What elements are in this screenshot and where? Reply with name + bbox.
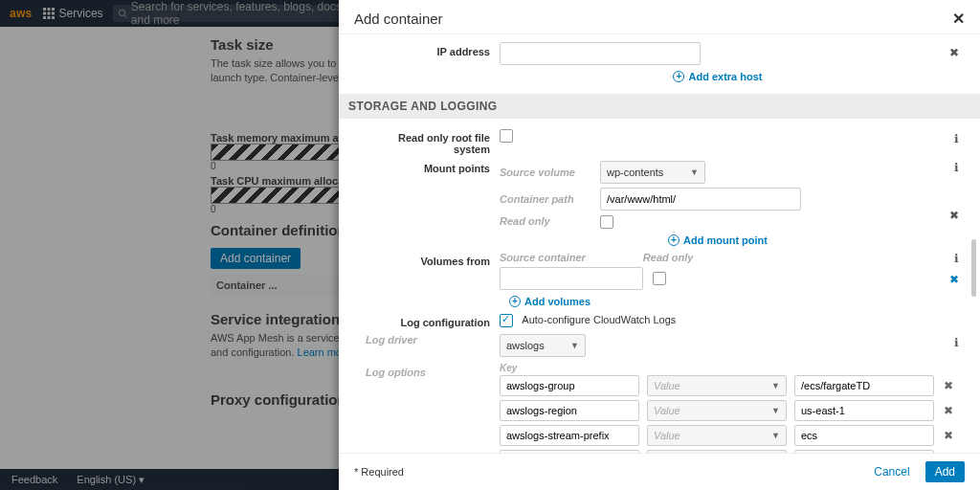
mount-readonly-checkbox[interactable]	[600, 215, 613, 229]
log-option-add-row: Value▼	[500, 450, 959, 453]
remove-icon[interactable]: ✖	[942, 404, 955, 417]
ip-address-label: IP address	[366, 42, 500, 57]
source-volume-select[interactable]: wp-contents▼	[600, 161, 705, 184]
caret-down-icon: ▼	[771, 406, 780, 415]
log-option-row: Value▼✖	[500, 400, 959, 421]
vf-source-container-input[interactable]	[500, 267, 643, 290]
required-note: * Required	[354, 466, 404, 478]
remove-icon[interactable]: ✖	[949, 273, 959, 286]
remove-icon[interactable]: ✖	[942, 429, 955, 442]
log-value-select[interactable]: Value▼	[647, 375, 787, 396]
add-extra-host-link[interactable]: +Add extra host	[673, 71, 762, 82]
modal-title: Add container	[354, 11, 443, 27]
info-icon[interactable]: ℹ	[954, 336, 959, 349]
add-container-modal: Add container ✕ IP address ✖ +Add extra …	[339, 0, 980, 490]
log-value2-input[interactable]	[794, 425, 934, 446]
mount-points-label: Mount points	[366, 161, 500, 174]
log-key-input[interactable]	[500, 425, 639, 446]
info-icon[interactable]: ℹ	[954, 132, 959, 145]
add-mount-point-link[interactable]: +Add mount point	[668, 234, 768, 246]
add-key-input[interactable]	[500, 450, 639, 453]
ip-address-input[interactable]	[500, 42, 701, 65]
log-value2-input[interactable]	[794, 400, 934, 421]
container-path-label: Container path	[500, 193, 590, 205]
scrollbar-thumb[interactable]	[971, 239, 976, 297]
log-key-input[interactable]	[500, 375, 639, 396]
readonly-root-checkbox[interactable]	[500, 129, 513, 143]
log-option-row: Value▼✖	[500, 375, 959, 396]
log-option-row: Value▼✖	[500, 425, 959, 446]
log-options-label: Log options	[366, 363, 500, 378]
vf-readonly-label: Read only	[643, 252, 694, 263]
add-value-select[interactable]: Value▼	[647, 450, 787, 453]
log-config-label: Log configuration	[366, 313, 500, 328]
log-key-input[interactable]	[500, 400, 639, 421]
log-key-header: Key	[500, 363, 959, 373]
caret-down-icon: ▼	[570, 341, 579, 350]
log-driver-select[interactable]: awslogs▼	[500, 334, 586, 357]
info-icon[interactable]: ℹ	[954, 161, 959, 174]
remove-icon[interactable]: ✖	[949, 46, 959, 59]
add-button[interactable]: Add	[925, 461, 965, 482]
mount-readonly-label: Read only	[500, 215, 590, 227]
caret-down-icon: ▼	[771, 431, 780, 440]
caret-down-icon: ▼	[771, 381, 780, 390]
source-volume-label: Source volume	[500, 167, 590, 178]
remove-icon[interactable]: ✖	[949, 209, 959, 222]
log-value-select[interactable]: Value▼	[647, 400, 787, 421]
close-icon[interactable]: ✕	[952, 10, 965, 28]
vf-readonly-checkbox[interactable]	[653, 272, 666, 285]
readonly-root-label: Read only root file system	[366, 128, 500, 155]
log-value-select[interactable]: Value▼	[647, 425, 787, 446]
remove-icon[interactable]: ✖	[942, 379, 955, 392]
info-icon[interactable]: ℹ	[954, 252, 959, 265]
container-path-input[interactable]	[600, 188, 801, 211]
auto-cloudwatch-label: Auto-configure CloudWatch Logs	[522, 314, 676, 325]
cancel-button[interactable]: Cancel	[864, 461, 919, 482]
caret-down-icon: ▼	[690, 167, 699, 177]
modal-scrollbar[interactable]	[969, 29, 978, 452]
vf-source-container-label: Source container	[500, 252, 586, 263]
storage-logging-section: STORAGE AND LOGGING	[339, 94, 980, 119]
log-value2-input[interactable]	[794, 375, 934, 396]
plus-icon: +	[668, 234, 679, 246]
auto-cloudwatch-checkbox[interactable]	[500, 314, 513, 327]
plus-icon: +	[673, 71, 684, 82]
volumes-from-label: Volumes from	[366, 252, 500, 267]
add-volumes-link[interactable]: +Add volumes	[509, 296, 936, 307]
plus-icon: +	[509, 296, 521, 307]
add-value2-input[interactable]	[794, 450, 934, 453]
log-driver-label: Log driver	[366, 334, 500, 345]
